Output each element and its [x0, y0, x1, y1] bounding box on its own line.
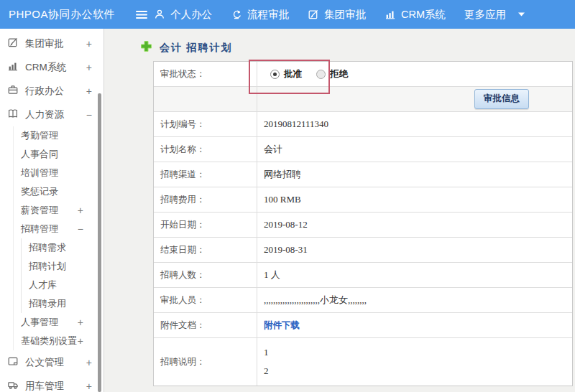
- add-plus-icon[interactable]: [140, 40, 152, 55]
- field-value: 100 RMB: [257, 187, 572, 212]
- briefcase-icon: [7, 84, 19, 98]
- row-approval-status: 审批状态： 批准 拒绝: [154, 62, 572, 87]
- row-attachment: 附件文档： 附件下载: [154, 313, 572, 338]
- sidebar-item-label: 招聘录用: [29, 297, 66, 310]
- nav-label: CRM系统: [401, 8, 446, 22]
- sidebar-item-label: 公文管理: [25, 356, 64, 369]
- nav-item-more-apps[interactable]: 更多应用: [464, 8, 525, 22]
- sidebar-item-label: 人事管理: [21, 316, 58, 329]
- sidebar-item-personnel-contract[interactable]: 人事合同: [14, 145, 104, 164]
- field-value: 附件下载: [257, 313, 572, 337]
- sidebar: 集团审批 + CRM系统 + 行政办公 + 人力资源 − 考勤管理: [0, 29, 104, 392]
- sidebar-item-document-mgmt[interactable]: 公文管理 +: [0, 350, 104, 374]
- radio-reject[interactable]: [316, 70, 326, 79]
- recruit-plan-detail-table: 审批状态： 批准 拒绝 审批信息 计划编号： 20190812111340: [153, 61, 573, 386]
- field-label: 招聘费用：: [154, 187, 257, 212]
- sidebar-item-talent-pool[interactable]: 人才库: [22, 276, 104, 294]
- truck-icon: [7, 379, 19, 392]
- bar-chart-icon: [385, 9, 396, 20]
- sidebar-item-human-resources[interactable]: 人力资源 −: [0, 103, 104, 126]
- sidebar-item-recruit-plan[interactable]: 招聘计划: [22, 257, 104, 276]
- field-label-empty: [154, 87, 257, 111]
- field-value: 网络招聘: [257, 162, 572, 187]
- row-recruit-channel: 招聘渠道： 网络招聘: [154, 162, 572, 187]
- field-value: 20190812111340: [257, 112, 572, 136]
- nav-label: 个人办公: [170, 8, 212, 22]
- row-approvers: 审批人员： ,,,,,,,,,,,,,,,,,,,,,,,,小龙女,,,,,,,…: [154, 288, 572, 313]
- row-recruit-description: 招聘说明： 1 2: [154, 338, 572, 386]
- nav-item-workflow-approval[interactable]: 流程审批: [231, 8, 289, 22]
- row-plan-number: 计划编号： 20190812111340: [154, 112, 572, 137]
- collapse-toggle[interactable]: −: [86, 109, 92, 121]
- navbar-menu: 个人办公 流程审批 集团审批 CRM系统 更多应用: [154, 8, 525, 22]
- nav-item-personal-office[interactable]: 个人办公: [154, 8, 212, 22]
- sidebar-item-label: 招聘计划: [29, 260, 66, 273]
- field-value: 2019-08-12: [257, 213, 572, 237]
- book-icon: [7, 108, 19, 121]
- expand-toggle[interactable]: +: [86, 357, 92, 368]
- approval-radio-group: 批准 拒绝: [257, 62, 572, 86]
- sidebar-item-reward-punishment[interactable]: 奖惩记录: [14, 182, 104, 201]
- user-icon: [154, 9, 165, 20]
- field-label: 招聘渠道：: [154, 162, 257, 187]
- sidebar-item-group-approval[interactable]: 集团审批 +: [0, 32, 104, 55]
- button-cell: 审批信息: [257, 87, 572, 111]
- field-value: 2019-08-31: [257, 238, 572, 262]
- sidebar-item-crm-system[interactable]: CRM系统 +: [0, 55, 104, 79]
- sidebar-item-vehicle-mgmt[interactable]: 用车管理 +: [0, 374, 104, 392]
- field-label: 计划名称：: [154, 137, 257, 162]
- approval-info-button[interactable]: 审批信息: [474, 89, 529, 109]
- sidebar-item-label: 行政办公: [25, 85, 64, 98]
- field-label: 招聘人数：: [154, 263, 257, 287]
- edit-icon: [7, 37, 19, 50]
- expand-toggle[interactable]: +: [86, 62, 92, 73]
- sidebar-item-label: 招聘管理: [21, 223, 58, 235]
- sidebar-item-label: 薪资管理: [21, 204, 58, 217]
- sidebar-item-label: 招聘需求: [29, 241, 66, 254]
- collapse-toggle[interactable]: −: [78, 223, 83, 235]
- sidebar-item-admin-office[interactable]: 行政办公 +: [0, 79, 104, 103]
- field-label: 审批人员：: [154, 288, 257, 312]
- nav-item-group-approval[interactable]: 集团审批: [308, 8, 366, 22]
- nav-label: 更多应用: [464, 8, 506, 22]
- field-label: 计划编号：: [154, 112, 257, 136]
- sidebar-item-base-category-settings[interactable]: 基础类别设置 +: [14, 332, 104, 350]
- document-icon: [7, 355, 19, 369]
- row-end-date: 结束日期： 2019-08-31: [154, 238, 572, 263]
- expand-toggle[interactable]: +: [86, 38, 92, 50]
- sidebar-item-personnel-mgmt[interactable]: 人事管理 +: [14, 313, 104, 332]
- hamburger-menu-icon[interactable]: [135, 9, 148, 20]
- field-value: ,,,,,,,,,,,,,,,,,,,,,,,,小龙女,,,,,,,,: [257, 288, 572, 312]
- recruit-submenu: 招聘需求 招聘计划 人才库 招聘录用: [21, 238, 104, 313]
- expand-toggle[interactable]: +: [78, 205, 83, 216]
- top-navbar: PHPOA协同办公软件 个人办公 流程审批 集团审批 CRM系统: [0, 0, 575, 29]
- nav-label: 流程审批: [247, 8, 289, 22]
- sidebar-item-recruit-mgmt[interactable]: 招聘管理 −: [14, 220, 104, 238]
- expand-toggle[interactable]: +: [86, 381, 92, 392]
- sidebar-item-training-mgmt[interactable]: 培训管理: [14, 164, 104, 182]
- nav-item-crm-system[interactable]: CRM系统: [385, 8, 446, 22]
- row-plan-name: 计划名称： 会计: [154, 137, 572, 162]
- expand-toggle[interactable]: +: [78, 335, 83, 347]
- expand-toggle[interactable]: +: [78, 317, 83, 328]
- row-recruit-cost: 招聘费用： 100 RMB: [154, 187, 572, 213]
- row-approve-button: 审批信息: [154, 87, 572, 112]
- sidebar-item-label: 考勤管理: [21, 129, 58, 142]
- expand-toggle[interactable]: +: [86, 85, 92, 97]
- sidebar-item-recruit-hire[interactable]: 招聘录用: [22, 294, 104, 313]
- row-start-date: 开始日期： 2019-08-12: [154, 213, 572, 238]
- description-line: 1: [264, 343, 269, 362]
- field-label: 审批状态：: [154, 62, 257, 86]
- bar-chart-icon: [7, 60, 19, 74]
- field-label: 开始日期：: [154, 213, 257, 237]
- radio-approve[interactable]: [270, 70, 280, 79]
- sidebar-scrollbar[interactable]: [98, 93, 101, 392]
- radio-reject-label[interactable]: 拒绝: [330, 68, 348, 80]
- sidebar-item-salary-mgmt[interactable]: 薪资管理 +: [14, 201, 104, 220]
- attachment-download-link[interactable]: 附件下载: [264, 319, 300, 332]
- radio-approve-label[interactable]: 批准: [284, 68, 302, 80]
- workflow-icon: [231, 9, 242, 20]
- sidebar-item-attendance-mgmt[interactable]: 考勤管理: [14, 126, 104, 145]
- row-recruit-headcount: 招聘人数： 1 人: [154, 263, 572, 288]
- sidebar-item-recruit-demand[interactable]: 招聘需求: [22, 238, 104, 257]
